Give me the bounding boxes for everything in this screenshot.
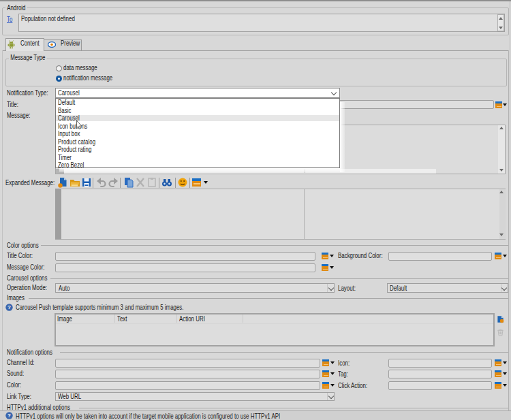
svg-text:?: ? — [7, 304, 11, 310]
svg-text:?: ? — [7, 413, 11, 419]
